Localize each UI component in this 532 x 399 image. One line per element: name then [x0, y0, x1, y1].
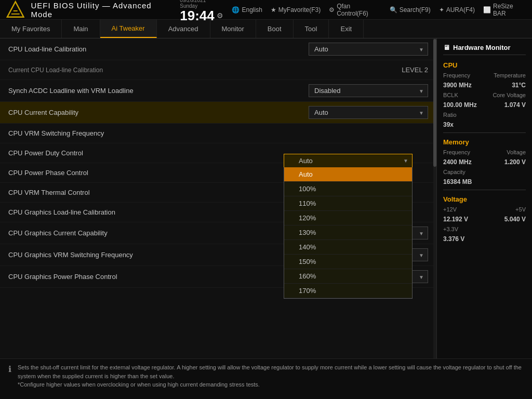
row-cpu-current-cap: CPU Current Capability Auto — [0, 102, 436, 124]
tab-exit[interactable]: Exit — [329, 20, 364, 38]
select-synch-acdc-wrapper: Disabled — [309, 84, 428, 97]
info-note: *Configure higher values when overclocki… — [18, 381, 260, 388]
hw-mem-freq-val-row: 2400 MHz 1.200 V — [443, 158, 526, 166]
dropdown-item-100[interactable]: 100% — [284, 182, 412, 196]
hw-cpu-bclk-val-row: 100.00 MHz 1.074 V — [443, 101, 526, 109]
dropdown-item-130[interactable]: 130% — [284, 225, 412, 240]
bios-title: UEFI BIOS Utility — Advanced Mode — [31, 1, 174, 19]
hw-v12-label: +12V — [443, 206, 457, 212]
hw-cpu-temp-val: 31°C — [512, 82, 526, 89]
dropdown-item-120[interactable]: 120% — [284, 211, 412, 225]
settings-icon[interactable]: ⚙ — [217, 11, 223, 20]
main-layout: CPU Load-line Calibration Auto Current C… — [0, 38, 532, 358]
hw-cpu-freq-label: Frequency — [443, 72, 470, 78]
asus-logo — [6, 1, 24, 19]
dropdown-item-140[interactable]: 140% — [284, 240, 412, 255]
info-bar: ℹ Sets the shut-off current limit for th… — [0, 358, 532, 399]
scrollbar[interactable] — [433, 38, 436, 358]
dropdown-item-150[interactable]: 150% — [284, 255, 412, 269]
top-right-controls: 🌐 English ★ MyFavorite(F3) ⚙ Qfan Contro… — [232, 3, 526, 17]
dropdown-item-170[interactable]: 170% — [284, 284, 412, 298]
tab-my-favorites[interactable]: My Favorites — [0, 20, 62, 38]
globe-icon: 🌐 — [232, 6, 240, 14]
hw-ratio-label-row: Ratio — [443, 112, 526, 118]
scroll-thumb[interactable] — [433, 39, 436, 167]
label-cpu-loadline: CPU Load-line Calibration — [8, 45, 309, 53]
label-synch-acdc: Synch ACDC Loadline with VRM Loadline — [8, 87, 309, 95]
hw-v5-val: 5.040 V — [504, 216, 526, 223]
hw-mem-volt-label: Voltage — [507, 149, 526, 155]
search-btn[interactable]: 🔍 Search(F9) — [390, 6, 431, 14]
tab-monitor[interactable]: Monitor — [210, 20, 256, 38]
hw-ratio-label: Ratio — [443, 112, 457, 118]
settings-panel: CPU Load-line Calibration Auto Current C… — [0, 38, 436, 358]
hw-cpu-freq-val: 3900 MHz — [443, 82, 472, 89]
hw-ratio-val: 39x — [443, 121, 454, 128]
tab-main[interactable]: Main — [62, 20, 100, 38]
dropdown-header: Auto ▼ — [284, 154, 413, 167]
search-icon: 🔍 — [390, 6, 397, 14]
info-description: Sets the shut-off current limit for the … — [18, 364, 522, 379]
fan-icon: ⚙ — [329, 6, 335, 14]
hw-mem-cap-label: Capacity — [443, 169, 466, 175]
label-gpu-vrm-freq: CPU Graphics VRM Switching Frequency — [8, 251, 309, 259]
resibar-icon: ⬜ — [483, 6, 491, 14]
hw-bclk-val: 100.00 MHz — [443, 101, 477, 109]
hw-ratio-val-row: 39x — [443, 121, 526, 128]
info-text: Sets the shut-off current limit for the … — [18, 363, 524, 389]
row-current-loadline: Current CPU Load-line Calibration LEVEL … — [0, 60, 436, 80]
tab-boot[interactable]: Boot — [256, 20, 294, 38]
dropdown-item-auto[interactable]: Auto — [284, 167, 412, 182]
info-icon: ℹ — [8, 364, 11, 374]
hw-v33-val: 3.376 V — [443, 235, 464, 243]
select-cpu-current-cap[interactable]: Auto — [309, 106, 428, 119]
label-gpu-current-cap: CPU Graphics Current Capability — [8, 229, 309, 237]
logo-area: UEFI BIOS Utility — Advanced Mode — [6, 1, 174, 19]
row-vrm-switching: CPU VRM Switching Frequency — [0, 124, 436, 143]
select-cpu-loadline-wrapper: Auto — [309, 43, 428, 56]
nav-tabs: My Favorites Main Ai Tweaker Advanced Mo… — [0, 20, 532, 38]
hw-corev-val: 1.074 V — [504, 101, 526, 109]
label-current-loadline: Current CPU Load-line Calibration — [8, 66, 387, 74]
hw-v5-label: +5V — [515, 206, 526, 212]
select-cpu-loadline[interactable]: Auto — [309, 43, 428, 56]
star-icon: ★ — [271, 6, 276, 14]
hw-v12-row: +12V +5V — [443, 206, 526, 212]
select-synch-acdc[interactable]: Disabled — [309, 84, 428, 97]
dropdown-item-160[interactable]: 160% — [284, 269, 412, 284]
top-bar: UEFI BIOS Utility — Advanced Mode 09/26/… — [0, 0, 532, 20]
hw-cpu-freq-val-row: 3900 MHz 31°C — [443, 82, 526, 89]
hw-divider-2 — [443, 190, 526, 190]
hw-cpu-freq-row: Frequency Temperature — [443, 72, 526, 78]
language-selector[interactable]: 🌐 English — [232, 6, 262, 14]
hw-v33-val-row: 3.376 V — [443, 235, 526, 243]
dropdown-arrow-icon: ▼ — [403, 158, 408, 164]
aura-btn[interactable]: ✦ AURA(F4) — [439, 6, 475, 14]
hw-mem-freq-val: 2400 MHz — [443, 158, 472, 166]
cpu-section-title: CPU — [443, 61, 526, 69]
hw-cpu-temp-label: Temperature — [494, 72, 526, 78]
myfavorite-btn[interactable]: ★ MyFavorite(F3) — [271, 6, 321, 14]
aura-icon: ✦ — [439, 6, 444, 14]
svg-marker-0 — [7, 2, 24, 17]
label-vrm-switching: CPU VRM Switching Frequency — [8, 129, 428, 137]
row-synch-acdc: Synch ACDC Loadline with VRM Loadline Di… — [0, 80, 436, 102]
tab-tool[interactable]: Tool — [294, 20, 329, 38]
row-cpu-loadline: CPU Load-line Calibration Auto — [0, 38, 436, 60]
dropdown-item-110[interactable]: 110% — [284, 196, 412, 211]
dropdown-selected-label: Auto — [299, 157, 313, 165]
qfan-btn[interactable]: ⚙ Qfan Control(F6) — [329, 3, 381, 17]
resibar-btn[interactable]: ⬜ ReSize BAR — [483, 3, 526, 17]
hw-monitor-title: 🖥 Hardware Monitor — [443, 44, 526, 55]
hw-cpu-bclk-row: BCLK Core Voltage — [443, 92, 526, 98]
tab-ai-tweaker[interactable]: Ai Tweaker — [100, 20, 157, 38]
hw-v33-label-row: +3.3V — [443, 226, 526, 232]
datetime: 09/26/2021 Sunday 19:44 ⚙ — [180, 0, 225, 22]
voltage-section-title: Voltage — [443, 195, 526, 203]
label-gpu-power-phase: CPU Graphics Power Phase Control — [8, 273, 309, 281]
tab-advanced[interactable]: Advanced — [157, 20, 210, 38]
monitor-icon: 🖥 — [443, 44, 450, 51]
hw-mem-freq-row: Frequency Voltage — [443, 149, 526, 155]
hw-v12-val-row: 12.192 V 5.040 V — [443, 216, 526, 223]
hw-mem-cap-val: 16384 MB — [443, 178, 472, 185]
